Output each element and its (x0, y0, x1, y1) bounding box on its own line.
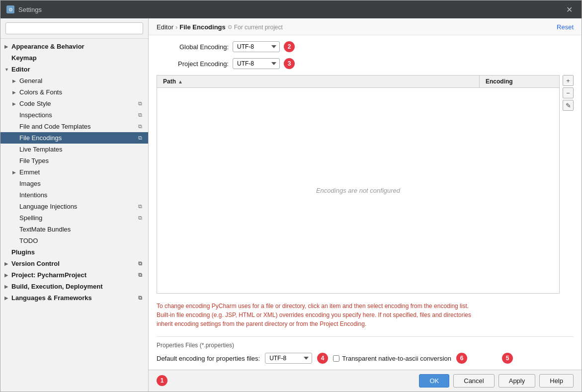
info-line-3: inherit encoding settings from the paren… (157, 320, 366, 327)
apply-button[interactable]: Apply (499, 374, 536, 388)
sidebar-item-label: Code Style (19, 100, 51, 107)
annotation-3: 3 (284, 58, 295, 69)
sidebar-item-colors-fonts[interactable]: ▶ Colors & Fonts (0, 86, 148, 98)
transparent-checkbox-label[interactable]: Transparent native-to-ascii conversion (333, 355, 451, 362)
info-text: To change encoding PyCharm uses for a fi… (157, 302, 574, 328)
sidebar-item-todo[interactable]: TODO (0, 235, 148, 246)
expand-arrow: ▶ (12, 101, 17, 106)
table-header: Path ▲ Encoding (157, 76, 559, 88)
reset-link[interactable]: Reset (557, 23, 574, 31)
sidebar-item-label: Keymap (11, 54, 37, 62)
sidebar-item-intentions[interactable]: Intentions (0, 189, 148, 201)
sidebar-item-label: Colors & Fonts (19, 88, 62, 96)
path-column-header[interactable]: Path ▲ (157, 76, 480, 87)
project-encoding-select[interactable]: UTF-8 UTF-16 ISO-8859-1 (233, 58, 280, 69)
sidebar-item-project[interactable]: ▶ Project: PycharmProject ⧉ (0, 269, 148, 281)
sidebar-item-label: Live Templates (19, 146, 62, 153)
properties-title: Properties Files (*.properties) (157, 342, 574, 349)
breadcrumb-project: ⊙ For current project (228, 24, 283, 31)
sidebar-item-inspections[interactable]: Inspections ⧉ (0, 109, 148, 121)
edit-encoding-button[interactable]: ✎ (563, 100, 574, 111)
sidebar-item-editor[interactable]: ▼ Editor (0, 64, 148, 75)
sidebar-item-spelling[interactable]: Spelling ⧉ (0, 212, 148, 224)
sort-arrow-icon: ▲ (178, 79, 183, 84)
sidebar-item-emmet[interactable]: ▶ Emmet (0, 166, 148, 178)
ok-button[interactable]: OK (419, 374, 449, 388)
sidebar-item-label: Images (19, 180, 41, 187)
title-bar-left: ⚙ Settings (6, 5, 42, 13)
sidebar-item-label: File and Code Templates (19, 123, 91, 130)
properties-encoding-select[interactable]: UTF-8 UTF-16 ISO-8859-1 (265, 353, 312, 364)
sidebar-item-plugins[interactable]: Plugins (0, 246, 148, 258)
sidebar-item-label: Build, Execution, Deployment (11, 283, 102, 290)
sidebar-item-label: Language Injections (19, 203, 77, 210)
sidebar-item-label: Inspections (19, 111, 52, 119)
sidebar-item-label: TextMate Bundles (19, 226, 71, 233)
sidebar-item-keymap[interactable]: Keymap (0, 52, 148, 64)
copy-icon: ⧉ (138, 100, 142, 107)
remove-encoding-button[interactable]: − (563, 87, 574, 98)
sidebar-item-file-code-templates[interactable]: File and Code Templates ⧉ (0, 121, 148, 132)
help-button[interactable]: Help (539, 374, 574, 388)
search-box (0, 18, 148, 39)
annotation-4: 4 (317, 353, 328, 364)
sidebar-item-code-style[interactable]: ▶ Code Style ⧉ (0, 98, 148, 109)
sidebar-item-label: Plugins (11, 248, 35, 256)
sidebar-item-label: Emmet (19, 168, 40, 176)
table-empty-message: Encodings are not configured (157, 88, 559, 293)
sidebar-item-languages[interactable]: ▶ Languages & Frameworks ⧉ (0, 292, 148, 304)
sidebar-item-label: Languages & Frameworks (11, 294, 92, 302)
encoding-column-header: Encoding (480, 76, 559, 87)
sidebar-item-file-encodings[interactable]: File Encodings ⧉ (0, 132, 148, 144)
sidebar-item-general[interactable]: ▶ General (0, 75, 148, 86)
main-content: ▶ Appearance & Behavior Keymap ▼ Editor … (0, 18, 582, 392)
sidebar-item-appearance[interactable]: ▶ Appearance & Behavior (0, 41, 148, 52)
right-panel: Editor › File Encodings ⊙ For current pr… (149, 18, 582, 392)
title-bar: ⚙ Settings ✕ (0, 0, 582, 18)
transparent-checkbox[interactable] (333, 355, 339, 362)
sidebar-item-label: TODO (19, 237, 38, 244)
sidebar-item-live-templates[interactable]: Live Templates (0, 144, 148, 155)
annotation-1: 1 (157, 375, 167, 386)
copy-icon: ⧉ (138, 272, 142, 278)
sidebar-item-label: File Types (19, 157, 49, 164)
global-encoding-label: Global Encoding: (157, 43, 229, 51)
sidebar-item-file-types[interactable]: File Types (0, 155, 148, 166)
info-line-2: Built-in file encoding (e.g. JSP, HTML o… (157, 312, 471, 318)
copy-icon: ⧉ (138, 295, 142, 301)
sidebar-item-label: Intentions (19, 191, 47, 199)
add-encoding-button[interactable]: + (563, 75, 574, 86)
expand-arrow: ▼ (4, 67, 9, 72)
sidebar-item-version-control[interactable]: ▶ Version Control ⧉ (0, 258, 148, 269)
info-line-1: To change encoding PyCharm uses for a fi… (157, 303, 469, 310)
for-current-project-label: For current project (234, 24, 283, 31)
project-encoding-row: Project Encoding: UTF-8 UTF-16 ISO-8859-… (157, 58, 574, 69)
global-encoding-row: Global Encoding: UTF-8 UTF-16 ISO-8859-1… (157, 41, 574, 52)
copy-icon: ⧉ (138, 123, 142, 130)
close-button[interactable]: ✕ (563, 4, 576, 15)
sidebar-item-images[interactable]: Images (0, 178, 148, 189)
sidebar-item-label: General (19, 77, 42, 84)
search-input[interactable] (5, 22, 143, 34)
breadcrumb: Editor › File Encodings ⊙ For current pr… (157, 23, 283, 31)
cancel-button[interactable]: Cancel (453, 374, 494, 388)
global-encoding-select[interactable]: UTF-8 UTF-16 ISO-8859-1 (233, 41, 280, 52)
nav-tree: ▶ Appearance & Behavior Keymap ▼ Editor … (0, 39, 148, 392)
expand-arrow: ▶ (4, 44, 9, 49)
transparent-label: Transparent native-to-ascii conversion (342, 355, 451, 362)
expand-arrow: ▶ (12, 78, 17, 83)
copy-icon: ⧉ (138, 135, 142, 141)
sidebar-item-build[interactable]: ▶ Build, Execution, Deployment (0, 281, 148, 292)
annotation-6: 6 (456, 353, 467, 364)
table-side-buttons: + − ✎ (563, 75, 574, 294)
table-wrapper: Path ▲ Encoding Encodings are not config… (157, 75, 574, 294)
sidebar-item-language-injections[interactable]: Language Injections ⧉ (0, 201, 148, 212)
settings-window: ⚙ Settings ✕ ▶ Appearance & Behavior Key… (0, 0, 582, 392)
default-encoding-label: Default encoding for properties files: (157, 355, 260, 362)
breadcrumb-section: Editor (157, 23, 173, 31)
footer: 1 OK Cancel Apply Help (149, 370, 582, 392)
panel-body: Global Encoding: UTF-8 UTF-16 ISO-8859-1… (149, 35, 582, 370)
sidebar: ▶ Appearance & Behavior Keymap ▼ Editor … (0, 18, 149, 392)
sidebar-item-textmate[interactable]: TextMate Bundles (0, 224, 148, 235)
expand-arrow: ▶ (4, 296, 9, 301)
